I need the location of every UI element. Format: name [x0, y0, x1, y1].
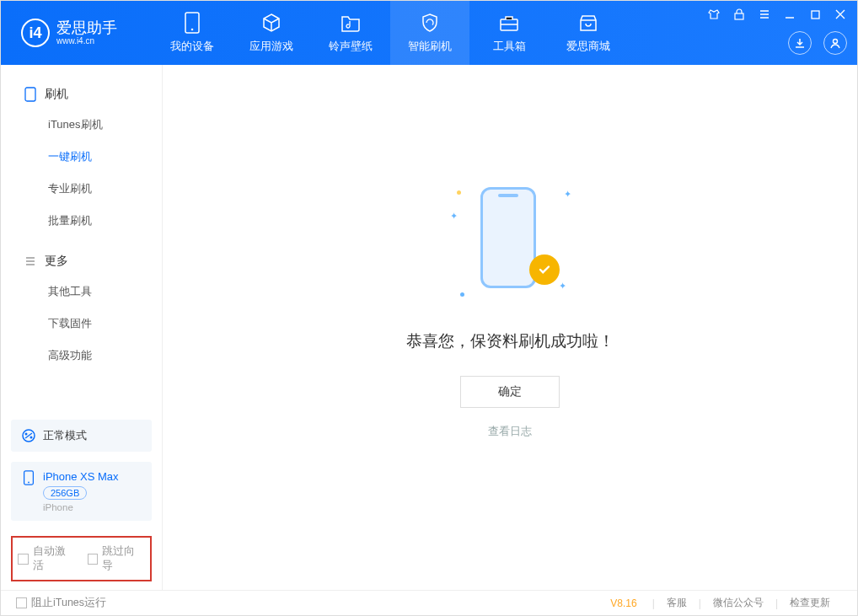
sparkle-icon: ✦ [450, 211, 458, 222]
sidebar-item-pro-flash[interactable]: 专业刷机 [1, 173, 162, 205]
checkbox-block-itunes[interactable]: 阻止iTunes运行 [16, 596, 106, 610]
sidebar-item-batch-flash[interactable]: 批量刷机 [1, 205, 162, 237]
logo-icon: i4 [21, 19, 50, 47]
phone-outline-icon [480, 187, 536, 288]
sparkle-icon: ✦ [559, 281, 566, 292]
sidebar: 刷机 iTunes刷机 一键刷机 专业刷机 批量刷机 更多 其他工具 下载固件 … [1, 65, 163, 590]
mode-box[interactable]: 正常模式 [11, 420, 152, 452]
svg-point-9 [30, 437, 33, 439]
user-button[interactable] [823, 31, 847, 55]
main-content: ✦ ✦ ✦ 恭喜您，保资料刷机成功啦！ 确定 查看日志 [163, 65, 857, 590]
sparkle-icon: ✦ [564, 189, 571, 200]
sidebar-group-more: 更多 [1, 247, 162, 276]
header-right [707, 1, 847, 65]
nav-tabs: 我的设备 应用游戏 铃声壁纸 智能刷机 工具箱 爱思商城 [153, 1, 628, 65]
sidebar-item-download-firmware[interactable]: 下载固件 [1, 308, 162, 340]
footer-link-wechat[interactable]: 微信公众号 [701, 596, 775, 610]
nav-tab-flash[interactable]: 智能刷机 [390, 1, 469, 65]
checkbox-auto-activate[interactable]: 自动激活 [18, 544, 76, 573]
highlighted-checkbox-row: 自动激活 跳过向导 [11, 536, 152, 581]
success-message: 恭喜您，保资料刷机成功啦！ [406, 330, 614, 352]
mode-icon [21, 428, 36, 443]
music-folder-icon [340, 12, 362, 34]
device-storage: 256GB [43, 486, 87, 500]
ok-button[interactable]: 确定 [460, 376, 560, 408]
svg-point-8 [25, 433, 28, 436]
logo: i4 爱思助手 www.i4.cn [1, 19, 153, 47]
toolbox-icon [498, 12, 520, 34]
list-icon [24, 255, 36, 267]
sidebar-item-advanced[interactable]: 高级功能 [1, 340, 162, 372]
checkbox-skip-guide[interactable]: 跳过向导 [88, 544, 146, 573]
phone-icon [24, 87, 36, 102]
check-circle-icon [529, 254, 560, 285]
maximize-icon[interactable] [808, 8, 822, 21]
view-log-link[interactable]: 查看日志 [488, 425, 532, 439]
sidebar-group-flash: 刷机 [1, 80, 162, 109]
device-box[interactable]: iPhone XS Max 256GB iPhone [11, 462, 152, 521]
svg-rect-3 [735, 13, 743, 19]
device-phone-icon [21, 470, 36, 485]
nav-tab-apps[interactable]: 应用游戏 [232, 1, 311, 65]
footer-link-support[interactable]: 客服 [655, 596, 699, 610]
shield-refresh-icon [419, 12, 441, 34]
lock-icon[interactable] [732, 8, 746, 21]
dot-icon [457, 190, 461, 195]
footer: 阻止iTunes运行 V8.16 | 客服 | 微信公众号 | 检查更新 [1, 590, 857, 615]
svg-point-5 [834, 40, 838, 44]
menu-icon[interactable] [758, 8, 771, 21]
device-type: iPhone [43, 502, 119, 512]
close-icon[interactable] [834, 8, 847, 21]
sidebar-item-oneclick-flash[interactable]: 一键刷机 [1, 141, 162, 173]
window-controls [707, 8, 847, 21]
footer-link-update[interactable]: 检查更新 [778, 596, 842, 610]
mode-label: 正常模式 [43, 428, 87, 443]
device-icon [181, 12, 203, 34]
sidebar-item-other-tools[interactable]: 其他工具 [1, 276, 162, 308]
app-domain: www.i4.cn [56, 36, 117, 46]
app-header: i4 爱思助手 www.i4.cn 我的设备 应用游戏 铃声壁纸 智能刷机 工具… [1, 1, 857, 65]
sidebar-item-itunes-flash[interactable]: iTunes刷机 [1, 109, 162, 141]
svg-rect-4 [812, 11, 819, 19]
svg-point-1 [191, 29, 194, 31]
header-actions [788, 31, 847, 55]
nav-tab-ringtone[interactable]: 铃声壁纸 [311, 1, 390, 65]
success-illustration: ✦ ✦ ✦ [455, 182, 565, 300]
svg-point-11 [28, 482, 29, 484]
dot-icon [460, 292, 464, 297]
device-name: iPhone XS Max [43, 470, 119, 483]
app-name: 爱思助手 [56, 20, 117, 37]
nav-tab-device[interactable]: 我的设备 [153, 1, 232, 65]
minimize-icon[interactable] [783, 8, 796, 21]
svg-rect-6 [25, 88, 35, 101]
store-icon [577, 12, 599, 34]
shirt-icon[interactable] [707, 8, 721, 21]
cube-icon [260, 12, 282, 34]
nav-tab-toolbox[interactable]: 工具箱 [469, 1, 549, 65]
version-label: V8.16 [610, 597, 636, 609]
download-button[interactable] [788, 31, 812, 55]
nav-tab-store[interactable]: 爱思商城 [549, 1, 628, 65]
